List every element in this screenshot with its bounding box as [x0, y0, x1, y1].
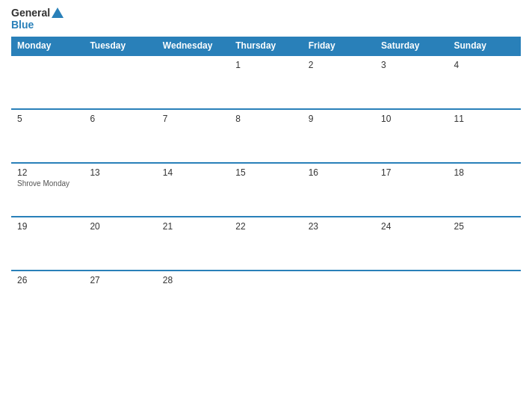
calendar-cell: 10	[375, 109, 448, 163]
calendar-cell: 27	[84, 271, 156, 324]
calendar-week-3: 12Shrove Monday131415161718	[11, 163, 521, 217]
calendar-cell: 13	[84, 163, 156, 217]
logo-triangle-icon	[52, 7, 64, 18]
day-number: 28	[163, 275, 223, 285]
calendar-cell: 6	[84, 109, 156, 163]
day-number: 12	[17, 167, 78, 178]
calendar-cell	[229, 271, 302, 324]
calendar-cell	[84, 55, 156, 109]
day-number: 6	[90, 114, 150, 124]
day-number: 7	[163, 114, 223, 124]
calendar-cell: 19	[11, 217, 84, 271]
calendar-cell: 7	[157, 109, 229, 163]
calendar-cell: 1	[229, 55, 302, 109]
day-number: 13	[90, 167, 150, 178]
day-number: 5	[17, 114, 78, 124]
day-number: 22	[235, 221, 296, 232]
calendar-cell: 25	[448, 217, 521, 271]
calendar-cell: 9	[303, 109, 375, 163]
calendar-cell: 24	[375, 217, 448, 271]
day-number: 1	[235, 60, 296, 70]
calendar-cell: 28	[157, 271, 229, 324]
day-number: 9	[309, 114, 369, 124]
day-number: 4	[454, 60, 515, 70]
day-number: 19	[17, 221, 78, 232]
day-number: 21	[163, 221, 223, 232]
calendar-cell: 22	[229, 217, 302, 271]
calendar-cell: 11	[448, 109, 521, 163]
calendar-cell: 18	[448, 163, 521, 217]
calendar-header-row: MondayTuesdayWednesdayThursdayFridaySatu…	[11, 37, 521, 55]
col-header-sunday: Sunday	[448, 37, 521, 55]
calendar-cell: 15	[229, 163, 302, 217]
calendar-cell: 20	[84, 217, 156, 271]
calendar-cell	[157, 55, 229, 109]
day-number: 25	[454, 221, 515, 232]
event-label: Shrove Monday	[17, 179, 78, 188]
day-number: 14	[163, 167, 223, 178]
calendar-cell: 14	[157, 163, 229, 217]
calendar-cell: 4	[448, 55, 521, 109]
calendar-week-4: 19202122232425	[11, 217, 521, 271]
col-header-friday: Friday	[303, 37, 375, 55]
day-number: 10	[381, 114, 442, 124]
calendar-cell	[303, 271, 375, 324]
day-number: 24	[381, 221, 442, 232]
calendar-cell: 2	[303, 55, 375, 109]
calendar-week-2: 567891011	[11, 109, 521, 163]
calendar-cell: 17	[375, 163, 448, 217]
calendar-cell	[375, 271, 448, 324]
calendar-cell: 3	[375, 55, 448, 109]
calendar-cell: 5	[11, 109, 84, 163]
col-header-saturday: Saturday	[375, 37, 448, 55]
calendar-table: MondayTuesdayWednesdayThursdayFridaySatu…	[11, 37, 521, 324]
day-number: 27	[90, 275, 150, 285]
calendar-cell: 12Shrove Monday	[11, 163, 84, 217]
day-number: 3	[381, 60, 442, 70]
day-number: 26	[17, 275, 78, 285]
day-number: 16	[309, 167, 369, 178]
calendar-cell: 8	[229, 109, 302, 163]
calendar-cell: 26	[11, 271, 84, 324]
day-number: 2	[309, 60, 369, 70]
calendar-cell: 23	[303, 217, 375, 271]
day-number: 17	[381, 167, 442, 178]
day-number: 8	[235, 114, 296, 124]
header: GeneralBlue	[11, 7, 521, 31]
logo: GeneralBlue	[11, 7, 64, 31]
day-number: 15	[235, 167, 296, 178]
col-header-tuesday: Tuesday	[84, 37, 156, 55]
calendar-cell	[448, 271, 521, 324]
day-number: 11	[454, 114, 515, 124]
calendar-cell: 16	[303, 163, 375, 217]
col-header-wednesday: Wednesday	[157, 37, 229, 55]
logo-blue: Blue	[11, 19, 34, 31]
day-number: 23	[309, 221, 369, 232]
logo-general: General	[11, 7, 50, 19]
day-number: 18	[454, 167, 515, 178]
calendar-cell: 21	[157, 217, 229, 271]
calendar-week-5: 262728	[11, 271, 521, 324]
calendar-page: GeneralBlue MondayTuesdayWednesdayThursd…	[0, 0, 532, 411]
day-number: 20	[90, 221, 150, 232]
calendar-cell	[11, 55, 84, 109]
calendar-week-1: 1234	[11, 55, 521, 109]
col-header-monday: Monday	[11, 37, 84, 55]
col-header-thursday: Thursday	[229, 37, 302, 55]
